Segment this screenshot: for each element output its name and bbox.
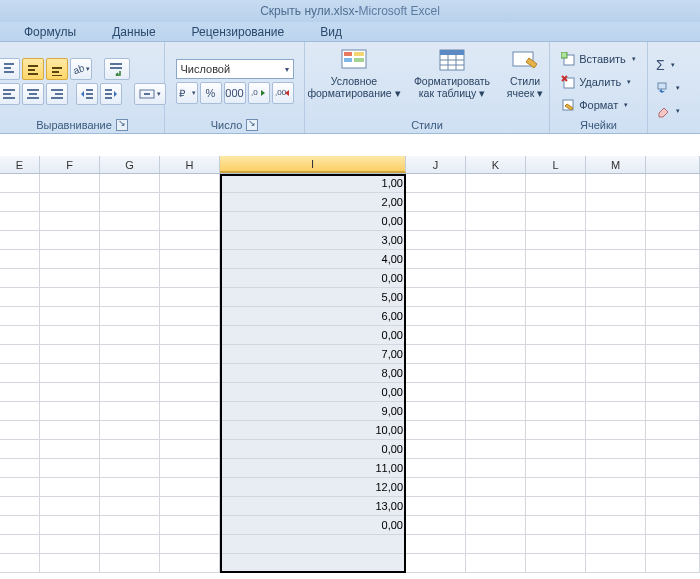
cell[interactable] xyxy=(646,345,700,364)
cell[interactable] xyxy=(100,554,160,573)
cell[interactable] xyxy=(100,440,160,459)
cell[interactable] xyxy=(466,345,526,364)
cell[interactable] xyxy=(160,174,220,193)
cell[interactable] xyxy=(100,497,160,516)
cell[interactable] xyxy=(100,288,160,307)
cell[interactable] xyxy=(646,269,700,288)
align-bottom-button[interactable] xyxy=(46,58,68,80)
cell[interactable] xyxy=(406,497,466,516)
cell[interactable]: 0,00 xyxy=(220,212,406,231)
cell[interactable] xyxy=(466,174,526,193)
cell[interactable] xyxy=(40,402,100,421)
cell[interactable] xyxy=(160,307,220,326)
cell[interactable] xyxy=(406,288,466,307)
cell[interactable] xyxy=(0,345,40,364)
cell[interactable] xyxy=(0,554,40,573)
cell[interactable] xyxy=(406,364,466,383)
cell[interactable] xyxy=(586,364,646,383)
cell[interactable] xyxy=(406,383,466,402)
cell[interactable] xyxy=(160,421,220,440)
col-header-E[interactable]: E xyxy=(0,156,40,173)
cell[interactable] xyxy=(406,554,466,573)
cell[interactable] xyxy=(100,326,160,345)
cell[interactable] xyxy=(0,326,40,345)
cell[interactable] xyxy=(406,250,466,269)
cell[interactable] xyxy=(526,516,586,535)
cell[interactable] xyxy=(466,459,526,478)
cell[interactable] xyxy=(586,459,646,478)
cell[interactable] xyxy=(100,421,160,440)
cell[interactable] xyxy=(160,193,220,212)
col-header-I[interactable]: I xyxy=(220,156,406,173)
cell[interactable]: 12,00 xyxy=(220,478,406,497)
align-right-button[interactable] xyxy=(46,83,68,105)
cell[interactable] xyxy=(466,250,526,269)
wrap-text-button[interactable] xyxy=(104,58,130,80)
cell[interactable] xyxy=(0,402,40,421)
cell[interactable] xyxy=(586,288,646,307)
cell[interactable] xyxy=(586,421,646,440)
cell[interactable] xyxy=(586,383,646,402)
cell[interactable]: 7,00 xyxy=(220,345,406,364)
cell[interactable] xyxy=(0,497,40,516)
cell[interactable] xyxy=(646,421,700,440)
cell[interactable] xyxy=(526,269,586,288)
tab-view[interactable]: Вид xyxy=(316,23,346,41)
cell[interactable] xyxy=(406,231,466,250)
cell[interactable] xyxy=(406,307,466,326)
cell[interactable] xyxy=(40,307,100,326)
cell[interactable] xyxy=(160,383,220,402)
cell[interactable] xyxy=(466,402,526,421)
cell[interactable] xyxy=(466,364,526,383)
clear-button[interactable] xyxy=(654,101,682,121)
cell[interactable] xyxy=(646,459,700,478)
cell[interactable] xyxy=(466,440,526,459)
cell[interactable] xyxy=(646,326,700,345)
cell[interactable] xyxy=(526,478,586,497)
cell[interactable] xyxy=(100,269,160,288)
cell[interactable]: 5,00 xyxy=(220,288,406,307)
cell[interactable] xyxy=(406,535,466,554)
cell[interactable] xyxy=(526,345,586,364)
comma-format-button[interactable]: 000 xyxy=(224,82,246,104)
tab-review[interactable]: Рецензирование xyxy=(188,23,289,41)
cell[interactable] xyxy=(0,478,40,497)
cell[interactable] xyxy=(160,231,220,250)
cell[interactable] xyxy=(40,478,100,497)
align-top-button[interactable] xyxy=(0,58,20,80)
cell[interactable] xyxy=(40,364,100,383)
col-header-G[interactable]: G xyxy=(100,156,160,173)
cell[interactable]: 1,00 xyxy=(220,174,406,193)
cell[interactable]: 0,00 xyxy=(220,440,406,459)
cell[interactable] xyxy=(646,212,700,231)
cell[interactable] xyxy=(526,364,586,383)
cell[interactable] xyxy=(0,364,40,383)
cell[interactable] xyxy=(40,516,100,535)
cell[interactable]: 3,00 xyxy=(220,231,406,250)
cell[interactable] xyxy=(406,174,466,193)
format-as-table-button[interactable]: Форматировать как таблицу ▾ xyxy=(407,46,497,100)
cell[interactable] xyxy=(646,440,700,459)
cell[interactable] xyxy=(406,269,466,288)
cell[interactable] xyxy=(40,459,100,478)
spreadsheet-grid[interactable]: E F G H I J K L M 1,002,000,003,004,000,… xyxy=(0,156,700,573)
cell[interactable] xyxy=(40,212,100,231)
cell[interactable] xyxy=(466,516,526,535)
cell[interactable] xyxy=(406,478,466,497)
cell[interactable] xyxy=(160,364,220,383)
cell[interactable] xyxy=(526,554,586,573)
cell[interactable] xyxy=(220,554,406,573)
cell[interactable] xyxy=(466,383,526,402)
cell[interactable]: 9,00 xyxy=(220,402,406,421)
cell[interactable] xyxy=(100,193,160,212)
increase-indent-button[interactable] xyxy=(100,83,122,105)
cell[interactable] xyxy=(100,402,160,421)
cell[interactable] xyxy=(40,193,100,212)
cell[interactable] xyxy=(100,307,160,326)
cell[interactable] xyxy=(160,459,220,478)
cell[interactable] xyxy=(406,326,466,345)
cell[interactable] xyxy=(406,421,466,440)
cell[interactable] xyxy=(646,497,700,516)
cell[interactable] xyxy=(586,307,646,326)
cell[interactable]: 0,00 xyxy=(220,383,406,402)
